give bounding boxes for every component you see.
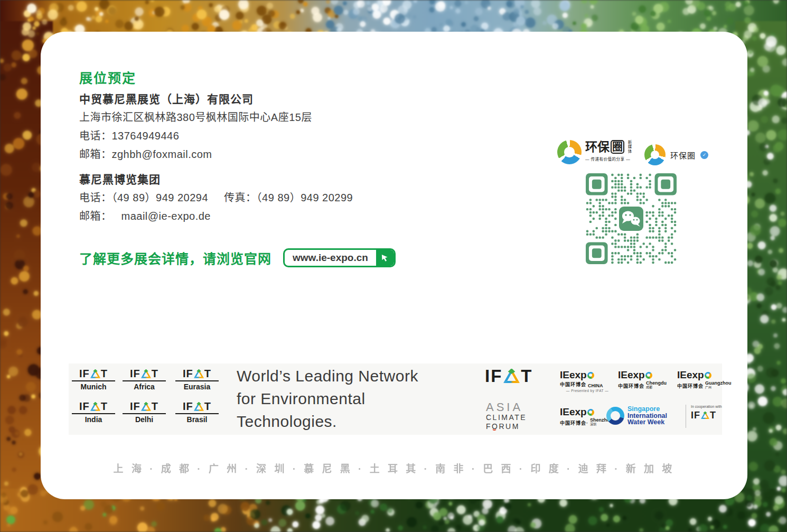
ieexpo-o-icon: [587, 409, 594, 416]
footer-city-list: 上 海 · 成 都 · 广 州 · 深 圳 · 慕 尼 黑 · 土 耳 其 · …: [41, 461, 747, 475]
content-card: 展位预定 中贸慕尼黑展览（上海）有限公司 上海市徐汇区枫林路380号枫林国际中心…: [41, 32, 747, 499]
ifat-main-logo: IFT: [485, 369, 533, 383]
ifat-africa-logo: IFT Africa: [123, 368, 166, 400]
brand-name-boxed-char: 圈: [611, 140, 624, 154]
huanbaoquan-logo-small: 环保圈: [644, 144, 708, 165]
cursor-arrow-icon: [376, 250, 394, 266]
cta-row: 了解更多展会详情，请浏览官网 www.ie-expo.cn: [79, 248, 396, 267]
email-line-cn: 邮箱：zghbh@foxmail.com: [79, 146, 212, 161]
website-url: www.ie-expo.cn: [285, 250, 376, 266]
phone-fax-line-de: 电话：（49 89）949 20294传真：（49 89）949 20299: [79, 189, 353, 204]
ieexpo-o-icon: [587, 372, 594, 379]
ifat-cooperation-logo: In cooperation with IFT: [686, 405, 722, 428]
ieexpo-guangzhou-logo: IEexp 中国环博会Guangzhou广州: [677, 370, 732, 389]
acf-forum-line: FORUM: [486, 422, 527, 431]
email-label: 邮箱：: [79, 148, 112, 160]
ifat-munich-logo: IFT Munich: [72, 368, 115, 400]
ifat-india-logo: IFT India: [72, 400, 115, 433]
phone-value: （49 89）949 20294: [112, 192, 209, 203]
email-line-de: 邮箱：maail@ie-expo.de: [79, 208, 211, 223]
fax-value: （49 89）949 20299: [257, 192, 353, 203]
partner-logo-band: IFT Munich IFT Africa IFT Eurasia IFT In…: [69, 363, 722, 435]
ifat-triangle-icon: [503, 369, 520, 383]
asia-climate-forum-logo: ASIA CLIMATE FORUM: [486, 402, 527, 431]
huanbaoquan-logo-large: 环保 圈 新媒体 — 传递有价值的分享 —: [557, 140, 632, 164]
verified-badge-icon: [700, 151, 708, 159]
ifat-eurasia-logo: IFT Eurasia: [175, 368, 219, 400]
email-value: maail@ie-expo.de: [121, 210, 211, 222]
brand-name: 环保: [585, 140, 610, 154]
company-name-de: 慕尼黑博览集团: [79, 171, 161, 186]
ieexpo-o-icon: [645, 372, 652, 379]
email-label: 邮箱：: [79, 210, 112, 222]
network-tagline: World’s Leading Network for Environmenta…: [237, 365, 418, 433]
cta-text: 了解更多展会详情，请浏览官网: [79, 248, 271, 267]
fax-label: 传真：: [224, 192, 257, 203]
ifat-delhi-logo: IFT Delhi: [123, 400, 166, 433]
brand-tagline: — 传递有价值的分享 —: [585, 156, 632, 162]
huanbaoquan-swirl-icon: [557, 140, 582, 164]
phone-label: 电话：: [79, 192, 112, 203]
ifat-triangle-icon: [141, 369, 151, 378]
ifat-events-grid: IFT Munich IFT Africa IFT Eurasia IFT In…: [72, 368, 228, 433]
ieexpo-chengdu-logo: IEexp 中国环博会Chengdu成都: [618, 370, 673, 389]
ifat-triangle-icon: [701, 412, 709, 419]
website-button[interactable]: www.ie-expo.cn: [283, 248, 396, 267]
ifat-brasil-logo: IFT Brasil: [175, 400, 219, 433]
ifat-triangle-icon: [194, 402, 204, 411]
email-value: zghbh@foxmail.com: [112, 148, 212, 160]
company-name-cn: 中贸慕尼黑展览（上海）有限公司: [79, 90, 254, 106]
ifat-triangle-icon: [141, 402, 151, 411]
page-title: 展位预定: [79, 68, 136, 87]
ieexpo-o-icon: [705, 372, 711, 379]
wechat-qr-code: [586, 173, 677, 264]
ifat-triangle-icon: [90, 369, 100, 378]
phone-line-cn: 电话：13764949446: [79, 127, 179, 143]
ieexpo-china-logo: IEexp 中国环博会CHINA — Presented by IFAT —: [560, 370, 615, 393]
ifat-triangle-icon: [90, 402, 100, 411]
phone-value: 13764949446: [112, 130, 180, 142]
phone-label: 电话：: [79, 130, 112, 142]
huanbaoquan-swirl-icon: [644, 144, 666, 165]
siww-logo: Singapore International Water Week: [606, 406, 667, 426]
brand-subtitle: 新媒体: [626, 140, 632, 154]
ifat-triangle-icon: [194, 369, 204, 378]
wechat-account-name: 环保圈: [670, 150, 696, 161]
siww-swirl-icon: [606, 407, 624, 425]
company-address: 上海市徐汇区枫林路380号枫林国际中心A座15层: [79, 109, 312, 124]
